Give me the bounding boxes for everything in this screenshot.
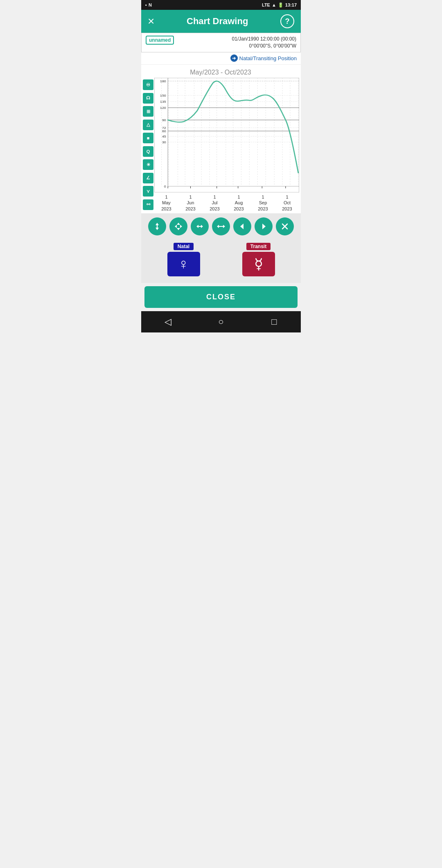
natal-planet-symbol: ♀ xyxy=(178,255,189,273)
svg-text:180: 180 xyxy=(160,79,166,83)
svg-marker-53 xyxy=(180,225,182,228)
x-tick-jul: 1 xyxy=(210,194,219,200)
x-tick-oct: 1 xyxy=(282,194,292,200)
time-display: 13:17 xyxy=(285,2,297,7)
recent-nav-button[interactable]: □ xyxy=(265,313,283,331)
x-tick-aug: 1 xyxy=(234,194,244,200)
svg-rect-1 xyxy=(154,78,299,192)
x-axis-labels: 1 May 2023 1 Jun 2023 1 Jul 2023 1 Aug xyxy=(154,192,299,212)
x-label-aug: 1 Aug 2023 xyxy=(234,194,244,212)
aspect-icon-quincunx[interactable]: Q xyxy=(143,146,153,157)
x-tick-jun: 1 xyxy=(185,194,195,200)
x-tick-may: 1 xyxy=(161,194,171,200)
svg-text:120: 120 xyxy=(160,106,166,110)
zoom-vertical-button[interactable] xyxy=(148,217,166,235)
chart-title: May/2023 - Oct/2023 xyxy=(142,66,299,76)
profile-date: 01/Jan/1990 12:00:00 (00:00) 0°00'00"S, … xyxy=(232,36,296,50)
status-right: LTE ▲ 🔋 13:17 xyxy=(262,2,297,8)
status-bar: ▪ N LTE ▲ 🔋 13:17 xyxy=(141,0,301,10)
page-title: Chart Drawing xyxy=(187,16,248,27)
x-tick-sep: 1 xyxy=(258,194,268,200)
chart-controls xyxy=(141,213,301,240)
chart-svg: 180 150 135 120 90 72 60 45 30 0 xyxy=(154,78,299,192)
svg-rect-49 xyxy=(157,225,158,228)
sim-icon: ▪ xyxy=(145,2,147,7)
x-label-oct: 1 Oct 2023 xyxy=(282,194,292,212)
battery-icon: 🔋 xyxy=(278,2,284,8)
svg-text:135: 135 xyxy=(160,100,166,104)
svg-text:60: 60 xyxy=(162,129,166,133)
svg-text:30: 30 xyxy=(162,140,166,144)
signal-icon: ▲ xyxy=(272,2,276,7)
natal-planet-button[interactable]: ♀ xyxy=(167,252,200,276)
transit-label: Transit xyxy=(246,243,271,250)
planet-selectors: Natal ♀ Transit ☿ xyxy=(141,240,301,283)
transit-planet-block: Transit ☿ xyxy=(242,243,275,276)
nav-link-row: ➔ Natal/Transiting Position xyxy=(141,52,301,65)
svg-marker-50 xyxy=(177,223,180,225)
pan-right-button[interactable] xyxy=(255,217,273,235)
transit-planet-button[interactable]: ☿ xyxy=(242,252,275,276)
pan-left-button[interactable] xyxy=(233,217,251,235)
x-label-may: 1 May 2023 xyxy=(161,194,171,212)
svg-marker-47 xyxy=(156,223,159,225)
back-nav-button[interactable]: ◁ xyxy=(159,313,177,331)
aspect-icon-semisquare[interactable]: ∠ xyxy=(143,173,153,183)
lte-label: LTE xyxy=(262,2,270,7)
x-label-jul: 1 Jul 2023 xyxy=(210,194,219,212)
aspect-icon-conjunction[interactable]: ♾ xyxy=(143,79,153,90)
chart-container: May/2023 - Oct/2023 ♾ ☊ ⊞ △ ■ Q ✳ ∠ ⋎ ⚯ xyxy=(141,65,301,213)
reset-button[interactable] xyxy=(276,217,294,235)
svg-marker-57 xyxy=(217,225,219,228)
bottom-navigation: ◁ ○ □ xyxy=(141,311,301,332)
svg-marker-58 xyxy=(223,225,225,228)
zoom-both-button[interactable] xyxy=(169,217,187,235)
home-nav-button[interactable]: ○ xyxy=(212,313,230,331)
aspect-icon-square[interactable]: ⊞ xyxy=(143,106,153,117)
svg-marker-51 xyxy=(177,228,180,230)
close-button[interactable]: × xyxy=(148,16,154,27)
aspect-icon-square2[interactable]: ■ xyxy=(143,133,153,143)
help-button[interactable]: ? xyxy=(280,14,294,28)
status-left: ▪ N xyxy=(145,2,152,7)
app-header: × Chart Drawing ? xyxy=(141,10,301,33)
chart-wrapper: ♾ ☊ ⊞ △ ■ Q ✳ ∠ ⋎ ⚯ xyxy=(142,78,299,212)
zoom-horizontal-button[interactable] xyxy=(191,217,209,235)
svg-rect-59 xyxy=(219,226,223,227)
svg-marker-55 xyxy=(201,225,203,228)
nav-link-arrow-icon: ➔ xyxy=(230,54,238,62)
profile-badge[interactable]: unnamed xyxy=(146,36,174,45)
transit-planet-symbol: ☿ xyxy=(254,255,263,273)
aspect-icon-trine[interactable]: △ xyxy=(143,120,153,130)
natal-planet-block: Natal ♀ xyxy=(167,243,200,276)
profile-row: unnamed 01/Jan/1990 12:00:00 (00:00) 0°0… xyxy=(141,33,301,52)
svg-rect-56 xyxy=(198,226,201,227)
svg-text:45: 45 xyxy=(162,135,166,138)
svg-text:90: 90 xyxy=(162,118,166,122)
svg-marker-52 xyxy=(175,225,177,228)
close-action-button[interactable]: CLOSE xyxy=(144,286,298,308)
aspect-icon-semisextile[interactable]: ⋎ xyxy=(143,186,153,197)
svg-marker-60 xyxy=(240,224,244,229)
aspect-icon-opposition[interactable]: ☊ xyxy=(143,93,153,104)
chart-icons-column: ♾ ☊ ⊞ △ ■ Q ✳ ∠ ⋎ ⚯ xyxy=(142,78,154,212)
profile-coords: 0°00'00"S, 0°00'00"W xyxy=(232,43,296,50)
chart-area: 180 150 135 120 90 72 60 45 30 0 xyxy=(154,78,299,212)
x-label-jun: 1 Jun 2023 xyxy=(185,194,195,212)
svg-marker-54 xyxy=(196,225,198,228)
svg-marker-61 xyxy=(262,224,266,229)
profile-datetime: 01/Jan/1990 12:00:00 (00:00) xyxy=(232,36,296,43)
zoom-out-horizontal-button[interactable] xyxy=(212,217,230,235)
svg-text:0: 0 xyxy=(164,185,166,188)
x-label-sep: 1 Sep 2023 xyxy=(258,194,268,212)
n-icon: N xyxy=(149,2,152,7)
natal-transiting-link[interactable]: ➔ Natal/Transiting Position xyxy=(230,54,297,62)
aspect-icon-other[interactable]: ⚯ xyxy=(143,199,153,210)
nav-link-label: Natal/Transiting Position xyxy=(239,55,297,61)
aspect-icon-sextile[interactable]: ✳ xyxy=(143,159,153,170)
svg-marker-48 xyxy=(156,228,159,230)
svg-text:150: 150 xyxy=(160,94,166,97)
natal-label: Natal xyxy=(174,243,194,250)
